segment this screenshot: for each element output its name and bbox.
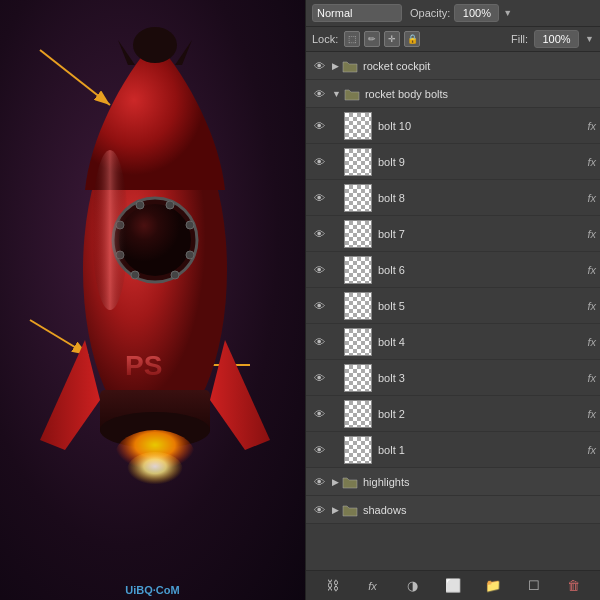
eye-icon-bolt-7[interactable]: 👁 (310, 225, 328, 243)
layer-name-shadows: shadows (363, 504, 596, 516)
layer-name-bolt-1: bolt 1 (378, 444, 583, 456)
layers-panel: Normal Multiply Screen Overlay Opacity: … (305, 0, 600, 600)
eye-icon-bolt-4[interactable]: 👁 (310, 333, 328, 351)
layer-item-bolt-2[interactable]: 👁bolt 2fx (306, 396, 600, 432)
fx-badge-bolt-6[interactable]: fx (587, 264, 596, 276)
fx-icon[interactable]: fx (362, 576, 382, 596)
layer-item-bolt-6[interactable]: 👁bolt 6fx (306, 252, 600, 288)
eye-icon-rocket-body-bolts[interactable]: 👁 (310, 85, 328, 103)
layer-item-bolt-7[interactable]: 👁bolt 7fx (306, 216, 600, 252)
svg-point-22 (92, 150, 128, 310)
rocket-illustration-panel: PS (0, 0, 305, 600)
thumbnail-bolt-1 (344, 436, 372, 464)
folder-icon-highlights (342, 475, 358, 489)
thumbnail-bolt-4 (344, 328, 372, 356)
delete-icon[interactable]: 🗑 (564, 576, 584, 596)
thumbnail-bolt-7 (344, 220, 372, 248)
mask-icon[interactable]: ⬜ (443, 576, 463, 596)
lock-row: Lock: ⬚ ✏ ✛ 🔒 Fill: ▼ (306, 27, 600, 52)
blend-mode-wrapper: Normal Multiply Screen Overlay (312, 4, 402, 22)
lock-position-icon[interactable]: ✏ (364, 31, 380, 47)
layers-list[interactable]: 👁▶rocket cockpit👁▼rocket body bolts👁bolt… (306, 52, 600, 570)
fill-input[interactable] (534, 30, 579, 48)
layer-name-bolt-9: bolt 9 (378, 156, 583, 168)
eye-icon-highlights[interactable]: 👁 (310, 473, 328, 491)
layer-item-highlights[interactable]: 👁▶highlights (306, 468, 600, 496)
lock-label: Lock: (312, 33, 338, 45)
layer-item-rocket-body-bolts[interactable]: 👁▼rocket body bolts (306, 80, 600, 108)
lock-pixels-icon[interactable]: ⬚ (344, 31, 360, 47)
fx-badge-bolt-1[interactable]: fx (587, 444, 596, 456)
layer-item-bolt-9[interactable]: 👁bolt 9fx (306, 144, 600, 180)
thumbnail-bolt-2 (344, 400, 372, 428)
watermark: UiBQ·CoM (125, 584, 179, 596)
eye-icon-bolt-5[interactable]: 👁 (310, 297, 328, 315)
opacity-label: Opacity: (410, 7, 450, 19)
layer-name-bolt-3: bolt 3 (378, 372, 583, 384)
fill-arrow: ▼ (585, 34, 594, 44)
eye-icon-bolt-9[interactable]: 👁 (310, 153, 328, 171)
eye-icon-shadows[interactable]: 👁 (310, 501, 328, 519)
svg-point-12 (186, 221, 194, 229)
svg-point-16 (171, 271, 179, 279)
svg-point-8 (119, 204, 191, 276)
layer-item-bolt-1[interactable]: 👁bolt 1fx (306, 432, 600, 468)
fx-badge-bolt-3[interactable]: fx (587, 372, 596, 384)
svg-point-15 (131, 271, 139, 279)
eye-icon-bolt-1[interactable]: 👁 (310, 441, 328, 459)
fx-badge-bolt-8[interactable]: fx (587, 192, 596, 204)
lock-move-icon[interactable]: ✛ (384, 31, 400, 47)
layer-name-bolt-8: bolt 8 (378, 192, 583, 204)
svg-point-20 (127, 452, 183, 488)
fx-badge-bolt-10[interactable]: fx (587, 120, 596, 132)
thumbnail-bolt-3 (344, 364, 372, 392)
thumbnail-bolt-8 (344, 184, 372, 212)
layers-bottom-toolbar: ⛓ fx ◑ ⬜ 📁 ☐ 🗑 (306, 570, 600, 600)
link-icon[interactable]: ⛓ (322, 576, 342, 596)
layer-item-bolt-8[interactable]: 👁bolt 8fx (306, 180, 600, 216)
layer-name-rocket-cockpit: rocket cockpit (363, 60, 596, 72)
eye-icon-bolt-8[interactable]: 👁 (310, 189, 328, 207)
expand-icon-rocket-cockpit[interactable]: ▶ (332, 61, 339, 71)
layer-name-bolt-10: bolt 10 (378, 120, 583, 132)
new-layer-icon[interactable]: ☐ (524, 576, 544, 596)
layer-name-rocket-body-bolts: rocket body bolts (365, 88, 596, 100)
layer-item-bolt-3[interactable]: 👁bolt 3fx (306, 360, 600, 396)
new-fill-icon[interactable]: ◑ (403, 576, 423, 596)
fx-badge-bolt-9[interactable]: fx (587, 156, 596, 168)
fill-label: Fill: (511, 33, 528, 45)
layer-item-bolt-4[interactable]: 👁bolt 4fx (306, 324, 600, 360)
fx-badge-bolt-7[interactable]: fx (587, 228, 596, 240)
eye-icon-bolt-10[interactable]: 👁 (310, 117, 328, 135)
expand-icon-rocket-body-bolts[interactable]: ▼ (332, 89, 341, 99)
eye-icon-rocket-cockpit[interactable]: 👁 (310, 57, 328, 75)
layers-toolbar: Normal Multiply Screen Overlay Opacity: … (306, 0, 600, 27)
layer-name-bolt-2: bolt 2 (378, 408, 583, 420)
layer-item-rocket-cockpit[interactable]: 👁▶rocket cockpit (306, 52, 600, 80)
svg-point-6 (133, 27, 177, 63)
eye-icon-bolt-2[interactable]: 👁 (310, 405, 328, 423)
fx-badge-bolt-5[interactable]: fx (587, 300, 596, 312)
svg-line-3 (30, 320, 88, 355)
expand-icon-shadows[interactable]: ▶ (332, 505, 339, 515)
layer-name-highlights: highlights (363, 476, 596, 488)
svg-text:PS: PS (125, 350, 162, 381)
layer-name-bolt-5: bolt 5 (378, 300, 583, 312)
layer-item-bolt-10[interactable]: 👁bolt 10fx (306, 108, 600, 144)
expand-icon-highlights[interactable]: ▶ (332, 477, 339, 487)
layer-item-bolt-5[interactable]: 👁bolt 5fx (306, 288, 600, 324)
opacity-arrow: ▼ (503, 8, 512, 18)
fx-badge-bolt-2[interactable]: fx (587, 408, 596, 420)
opacity-input[interactable] (454, 4, 499, 22)
eye-icon-bolt-3[interactable]: 👁 (310, 369, 328, 387)
svg-point-10 (166, 201, 174, 209)
eye-icon-bolt-6[interactable]: 👁 (310, 261, 328, 279)
layer-item-shadows[interactable]: 👁▶shadows (306, 496, 600, 524)
fx-badge-bolt-4[interactable]: fx (587, 336, 596, 348)
thumbnail-bolt-10 (344, 112, 372, 140)
thumbnail-bolt-5 (344, 292, 372, 320)
blend-mode-select[interactable]: Normal Multiply Screen Overlay (312, 4, 402, 22)
new-group-icon[interactable]: 📁 (483, 576, 503, 596)
lock-all-icon[interactable]: 🔒 (404, 31, 420, 47)
layer-name-bolt-7: bolt 7 (378, 228, 583, 240)
